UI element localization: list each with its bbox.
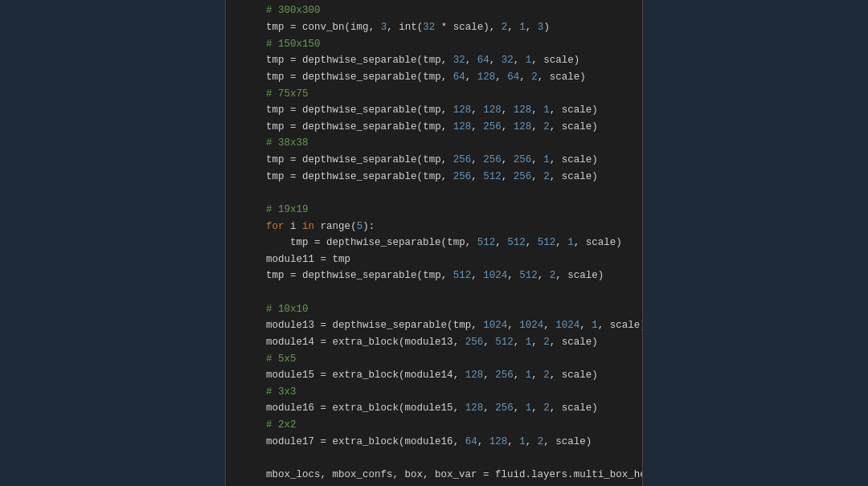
code-line: mbox_locs, mbox_confs, box, box_var = fl… <box>242 467 626 484</box>
code-line: for i in range(5): <box>242 218 626 235</box>
code-line: # 2x2 <box>242 417 626 434</box>
code-line: tmp = depthwise_separable(tmp, 256, 256,… <box>242 152 626 169</box>
code-line: tmp = depthwise_separable(tmp, 128, 128,… <box>242 102 626 119</box>
code-line: tmp = depthwise_separable(tmp, 32, 64, 3… <box>242 52 626 69</box>
code-line: module11 = tmp <box>242 251 626 268</box>
code-editor: def mobile_net(num_classes, img, img_sha… <box>225 0 643 486</box>
code-line: # 19x19 <box>242 202 626 218</box>
code-line: tmp = depthwise_separable(tmp, 128, 256,… <box>242 119 626 136</box>
code-line <box>242 185 626 202</box>
code-line <box>242 284 626 301</box>
code-line: # 5x5 <box>242 351 626 368</box>
code-line: inputs=[module11, module13, module14, mo… <box>242 484 626 486</box>
code-line: module13 = depthwise_separable(tmp, 1024… <box>242 317 626 334</box>
code-line: module15 = extra_block(module14, 128, 25… <box>242 367 626 384</box>
code-line: # 300x300 <box>242 2 626 19</box>
code-line: # 10x10 <box>242 301 626 318</box>
code-line: # 75x75 <box>242 86 626 103</box>
code-line: # 3x3 <box>242 384 626 401</box>
code-line: tmp = depthwise_separable(tmp, 512, 512,… <box>242 235 626 251</box>
code-line: tmp = depthwise_separable(tmp, 256, 512,… <box>242 169 626 186</box>
code-line: # 38x38 <box>242 135 626 152</box>
code-line: tmp = depthwise_separable(tmp, 64, 128, … <box>242 69 626 86</box>
code-line: # 150x150 <box>242 36 626 53</box>
code-line: module17 = extra_block(module16, 64, 128… <box>242 434 626 451</box>
code-line: tmp = conv_bn(img, 3, int(32 * scale), 2… <box>242 19 626 36</box>
code-line: module16 = extra_block(module15, 128, 25… <box>242 400 626 417</box>
code-line: module14 = extra_block(module13, 256, 51… <box>242 334 626 351</box>
code-line: tmp = depthwise_separable(tmp, 512, 1024… <box>242 268 626 284</box>
code-line <box>242 450 626 467</box>
